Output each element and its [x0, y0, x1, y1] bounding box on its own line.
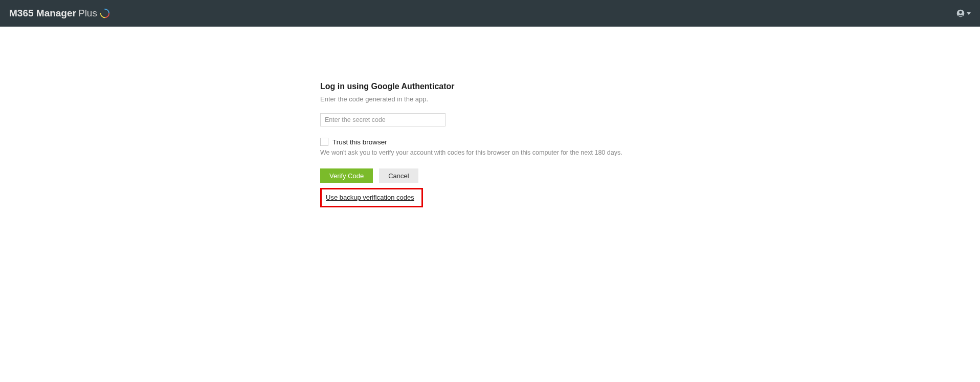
app-header: M365 Manager Plus — [0, 0, 980, 27]
verify-button[interactable]: Verify Code — [320, 168, 373, 183]
main-content: Log in using Google Authenticator Enter … — [0, 27, 980, 207]
backup-codes-link[interactable]: Use backup verification codes — [326, 194, 414, 201]
cancel-button[interactable]: Cancel — [379, 168, 418, 183]
trust-label: Trust this browser — [332, 138, 387, 146]
logo-swirl-icon — [99, 8, 110, 19]
code-input[interactable] — [320, 113, 446, 126]
form-subtitle: Enter the code generated in the app. — [320, 95, 668, 103]
app-logo: M365 Manager Plus — [9, 8, 110, 19]
svg-point-1 — [959, 11, 962, 13]
form-title: Log in using Google Authenticator — [320, 82, 668, 91]
buttons-row: Verify Code Cancel — [320, 168, 668, 183]
backup-link-highlight: Use backup verification codes — [320, 188, 423, 207]
trust-checkbox[interactable] — [320, 138, 328, 146]
trust-row: Trust this browser — [320, 138, 668, 146]
logo-text-suffix: Plus — [78, 8, 97, 19]
login-panel: Log in using Google Authenticator Enter … — [320, 82, 668, 207]
user-icon — [956, 9, 965, 17]
trust-note: We won't ask you to verify your account … — [320, 149, 668, 156]
user-menu[interactable] — [956, 9, 971, 17]
chevron-down-icon — [967, 12, 971, 15]
logo-text-prefix: M365 Manager — [9, 8, 76, 19]
